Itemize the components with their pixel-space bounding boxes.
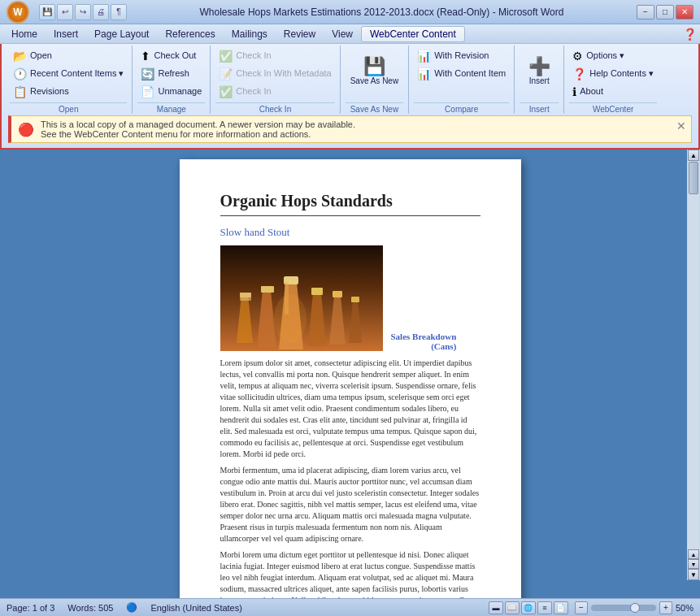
refresh-button[interactable]: 🔄 Refresh (137, 65, 205, 83)
ribbon-group-open: 📂 Open 🕐 Recent Content Items ▾ 📋 Revisi… (5, 46, 133, 114)
ribbon-group-saveasnew-content: 💾 Save As New (346, 47, 403, 101)
refresh-label: Refresh (158, 68, 189, 79)
scroll-select-page-down[interactable]: ▼ (688, 559, 699, 569)
beer-image-svg (220, 245, 383, 351)
menu-page-layout[interactable]: Page Layout (86, 26, 157, 42)
notification-message1: This is a local copy of a managed docume… (41, 119, 355, 129)
help-contents-button[interactable]: ❓ Help Contents ▾ (569, 65, 657, 83)
caption-text: Sales Breakdown(Cans) (391, 332, 457, 351)
open-button[interactable]: 📂 Open (10, 47, 127, 65)
about-button[interactable]: ℹ About (569, 83, 657, 101)
ribbon-group-compare-content: 📊 With Revision 📊 With Content Item (414, 47, 509, 101)
with-revision-label: With Revision (434, 50, 489, 61)
ribbon-group-open-content: 📂 Open 🕐 Recent Content Items ▾ 📋 Revisi… (10, 47, 127, 101)
options-label: Options ▾ (586, 50, 624, 61)
body-text-2: Morbi fermentum, uma id placerat adipisc… (220, 465, 480, 544)
unmanage-icon: 📄 (141, 85, 154, 98)
checkin-metadata-button[interactable]: 📝 Check In With Metadata (215, 65, 334, 83)
draft-icon[interactable]: 📄 (554, 601, 568, 614)
save-icon[interactable]: 💾 (39, 4, 55, 20)
checkout-button[interactable]: ⬆ Check Out (137, 47, 205, 65)
menu-webcenter[interactable]: WebCenter Content (361, 26, 465, 42)
minimize-button[interactable]: − (637, 5, 654, 20)
beer-image (220, 245, 383, 351)
with-content-item-label: With Content Item (434, 68, 506, 79)
document-title: Organic Hops Standards (220, 192, 480, 216)
insert-icon: ➕ (528, 57, 550, 76)
with-revision-button[interactable]: 📊 With Revision (414, 47, 509, 65)
notification-close-button[interactable]: ✕ (676, 119, 686, 132)
svg-rect-2 (240, 293, 251, 301)
zoom-controls: − + 50% (575, 601, 693, 614)
saveasnew-group-label: Save As New (346, 102, 403, 114)
ribbon-groups: 📂 Open 🕐 Recent Content Items ▾ 📋 Revisi… (5, 46, 695, 114)
ribbon: 📂 Open 🕐 Recent Content Items ▾ 📋 Revisi… (0, 44, 700, 150)
close-button[interactable]: ✕ (676, 5, 693, 20)
outline-icon[interactable]: ≡ (537, 601, 552, 614)
checkin-button[interactable]: ✅ Check In (215, 47, 334, 65)
maximize-button[interactable]: □ (656, 5, 674, 20)
save-as-new-label: Save As New (350, 76, 398, 86)
options-icon: ⚙ (572, 50, 583, 63)
format-icon[interactable]: ¶ (111, 4, 127, 20)
menu-review[interactable]: Review (276, 26, 324, 42)
vertical-scrollbar[interactable]: ▲ ▲ ▼ ▼ (687, 150, 700, 580)
unmanage-button[interactable]: 📄 Unmanage (137, 83, 205, 101)
zoom-slider-thumb[interactable] (630, 603, 640, 613)
window-controls: − □ ✕ (637, 5, 693, 20)
recent-content-button[interactable]: 🕐 Recent Content Items ▾ (10, 65, 127, 83)
body-text-1: Lorem ipsum dolor sit amet, consectetur … (220, 358, 480, 460)
checkin-col: ✅ Check In 📝 Check In With Metadata ✅ Ch… (215, 47, 334, 101)
web-layout-icon[interactable]: 🌐 (521, 601, 536, 614)
checkin2-button[interactable]: ✅ Check In (215, 83, 334, 101)
zoom-level: 50% (676, 603, 693, 613)
help-icon[interactable]: ❓ (683, 28, 697, 41)
recent-content-label: Recent Content Items ▾ (30, 68, 124, 79)
svg-point-9 (274, 294, 307, 343)
webcenter-col: ⚙ Options ▾ ❓ Help Contents ▾ ℹ About (569, 47, 657, 101)
ribbon-group-webcenter-content: ⚙ Options ▾ ❓ Help Contents ▾ ℹ About (569, 47, 657, 101)
document-paper: Organic Hops Standards Slow hand Stout (180, 159, 521, 598)
undo-icon[interactable]: ↩ (57, 4, 73, 20)
zoom-out-button[interactable]: − (575, 601, 588, 614)
menu-view[interactable]: View (324, 26, 361, 42)
svg-rect-3 (261, 286, 274, 293)
title-text: Wholesale Hops Markets Estimations 2012-… (127, 7, 637, 18)
revisions-button[interactable]: 📋 Revisions (10, 83, 127, 101)
print-icon[interactable]: 🖨 (93, 4, 109, 20)
title-bar: W 💾 ↩ ↪ 🖨 ¶ Wholesale Hops Markets Estim… (0, 0, 700, 24)
save-as-new-button[interactable]: 💾 Save As New (346, 47, 403, 96)
with-content-item-icon: 📊 (417, 67, 431, 80)
view-icons: ▬ 📖 🌐 ≡ 📄 (489, 601, 568, 614)
open-label: Open (30, 50, 52, 61)
office-button[interactable]: W (7, 1, 29, 24)
svg-rect-8 (351, 297, 359, 302)
menu-mailings[interactable]: Mailings (224, 26, 276, 42)
status-bar: Page: 1 of 3 Words: 505 🔵 English (Unite… (0, 598, 700, 616)
zoom-slider[interactable] (591, 605, 656, 611)
scroll-down-button[interactable]: ▼ (688, 569, 699, 580)
full-reading-icon[interactable]: 📖 (505, 601, 520, 614)
insert-button[interactable]: ➕ Insert (520, 47, 559, 96)
scroll-select-page-up[interactable]: ▲ (688, 549, 699, 559)
insert-group-label: Insert (520, 102, 559, 114)
scroll-up-button[interactable]: ▲ (688, 150, 699, 161)
options-button[interactable]: ⚙ Options ▾ (569, 47, 657, 65)
with-content-item-button[interactable]: 📊 With Content Item (414, 65, 509, 83)
ribbon-group-checkin-content: ✅ Check In 📝 Check In With Metadata ✅ Ch… (215, 47, 334, 101)
menu-home[interactable]: Home (3, 26, 46, 42)
word-count: Words: 505 (67, 603, 113, 613)
language-flag-icon: 🔵 (126, 602, 137, 613)
redo-icon[interactable]: ↪ (75, 4, 91, 20)
menu-insert[interactable]: Insert (46, 26, 86, 42)
menu-references[interactable]: References (157, 26, 223, 42)
help-contents-label: Help Contents ▾ (589, 68, 654, 79)
scroll-track[interactable] (688, 161, 699, 549)
print-layout-icon[interactable]: ▬ (489, 601, 503, 614)
with-revision-icon: 📊 (417, 50, 431, 63)
checkout-icon: ⬆ (141, 50, 150, 63)
scroll-thumb[interactable] (689, 162, 698, 194)
checkin-icon: ✅ (219, 50, 233, 63)
open-icon: 📂 (13, 50, 27, 63)
zoom-in-button[interactable]: + (659, 601, 672, 614)
